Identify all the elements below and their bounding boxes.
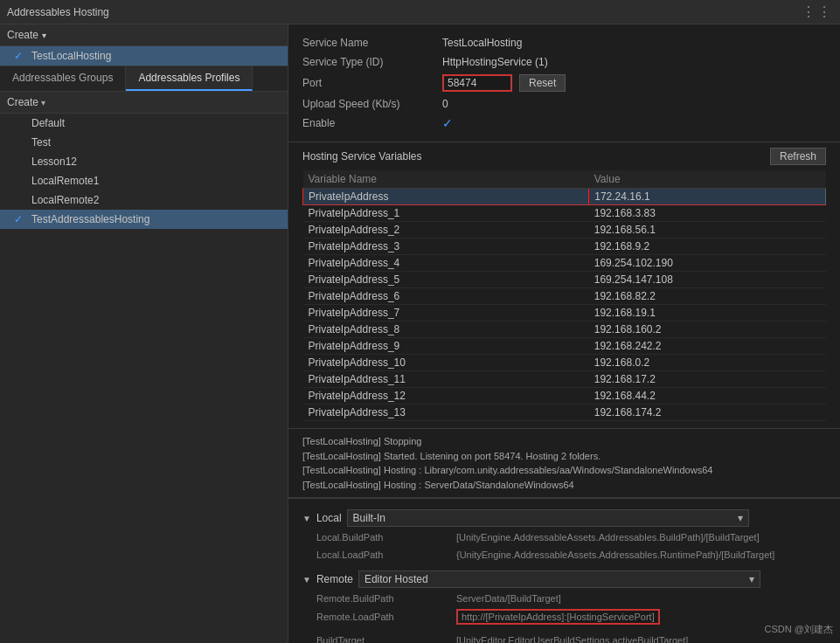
log-message: [TestLocalHosting] Stopping [302,434,826,449]
table-row[interactable]: PrivateIpAddress_11192.168.17.2 [303,371,826,388]
buildtarget-row: BuildTarget [UnityEditor.EditorUserBuild… [302,632,826,643]
var-value: 192.168.17.2 [589,371,826,388]
var-name: PrivateIpAddress_11 [303,371,589,388]
remote-triangle-icon[interactable]: ▼ [302,575,311,584]
var-name: PrivateIpAddress_1 [303,205,589,222]
table-row[interactable]: PrivateIpAddress_12192.168.44.2 [303,388,826,404]
port-row: Port Reset [302,72,826,94]
var-name: PrivateIpAddress [303,189,589,205]
port-input[interactable] [442,74,512,92]
var-name: PrivateIpAddress_3 [303,239,589,255]
watermark: CSDN @刘建杰 [765,623,833,636]
remote-dropdown-value: Editor Hosted [364,573,428,585]
enable-label: Enable [302,117,442,129]
table-row[interactable]: PrivateIpAddress_8192.168.160.2 [303,322,826,338]
table-row[interactable]: PrivateIpAddress_7192.168.19.1 [303,305,826,322]
window-title: Addressables Hosting [7,6,109,18]
refresh-button[interactable]: Refresh [770,148,826,165]
var-value: 192.168.9.2 [589,239,826,255]
upload-speed-value: 0 [442,98,448,110]
var-value: 192.168.56.1 [589,222,826,239]
table-row[interactable]: PrivateIpAddress_9192.168.242.2 [303,338,826,355]
local-loadpath-row: Local.LoadPath {UnityEngine.AddressableA… [302,546,826,563]
create-hosting-label: Create [7,29,38,41]
create-dropdown-arrow[interactable]: ▾ [42,31,46,40]
var-name: PrivateIpAddress_12 [303,388,589,404]
profiles-list: ✓ Default ✓ Test ✓ Lesson12 ✓ LocalRemot… [0,114,288,643]
table-row[interactable]: PrivateIpAddress_2192.168.56.1 [303,222,826,239]
table-row[interactable]: PrivateIpAddress_3192.168.9.2 [303,239,826,255]
profile-item-test[interactable]: ✓ Test [0,133,288,152]
table-row[interactable]: PrivateIpAddress_5169.254.147.108 [303,272,826,288]
local-buildpath-row: Local.BuildPath [UnityEngine.Addressable… [302,529,826,546]
local-triangle-icon[interactable]: ▼ [302,514,311,523]
profile-item-default[interactable]: ✓ Default [0,114,288,133]
profiles-create-bar: Create ▾ [0,92,288,114]
remote-buildpath-value: ServerData/[BuildTarget] [456,593,561,604]
var-name: PrivateIpAddress_8 [303,322,589,338]
var-value: 192.168.82.2 [589,288,826,305]
log-message: [TestLocalHosting] Started. Listening on… [302,449,826,464]
profile-item-label: Default [31,117,65,129]
log-message: [TestLocalHosting] Hosting : Library/com… [302,463,826,478]
remote-loadpath-value: http://[PrivateIpAddress]:[HostingServic… [456,609,660,625]
tab-profiles[interactable]: Addressables Profiles [126,66,253,91]
create-profile-label: Create [7,96,38,108]
profile-item-label: LocalRemote1 [31,175,99,187]
profile-item-localremote2[interactable]: ✓ LocalRemote2 [0,190,288,210]
table-row[interactable]: PrivateIpAddress_4169.254.102.190 [303,255,826,272]
service-details-panel: Service Name TestLocalHosting Service Ty… [288,24,840,142]
port-label: Port [302,77,442,89]
local-dropdown-arrow: ▾ [738,512,743,524]
remote-loadpath-label: Remote.LoadPath [316,612,456,622]
var-value: 169.254.102.190 [589,255,826,272]
variables-title: Hosting Service Variables [302,150,422,162]
sidebar: Create ▾ ✓ TestLocalHosting Addressables… [0,24,288,643]
buildtarget-label: BuildTarget [316,635,456,643]
enable-checkmark[interactable]: ✓ [442,116,453,130]
profile-item-label: LocalRemote2 [31,194,99,206]
profile-item-localremote1[interactable]: ✓ LocalRemote1 [0,171,288,190]
remote-dropdown-arrow: ▾ [749,573,754,585]
local-buildpath-label: Local.BuildPath [316,532,456,543]
variables-table: Variable Name Value PrivateIpAddress172.… [302,170,826,421]
remote-buildpath-row: Remote.BuildPath ServerData/[BuildTarget… [302,590,826,607]
tab-groups[interactable]: Addressables Groups [0,66,126,91]
content-area: Service Name TestLocalHosting Service Ty… [288,24,840,643]
col-name-header: Variable Name [303,170,589,189]
service-name-value: TestLocalHosting [442,37,522,49]
create-hosting-bar: Create ▾ [0,24,288,46]
table-row[interactable]: PrivateIpAddress_13192.168.174.2 [303,404,826,421]
var-name: PrivateIpAddress_10 [303,355,589,371]
var-value: 192.168.44.2 [589,388,826,404]
variables-section: Hosting Service Variables Refresh Variab… [288,142,840,428]
local-buildpath-value: [UnityEngine.AddressableAssets.Addressab… [456,532,760,543]
profile-item-lesson12[interactable]: ✓ Lesson12 [0,152,288,171]
var-name: PrivateIpAddress_4 [303,255,589,272]
local-dropdown[interactable]: Built-In ▾ [347,509,749,527]
hosting-item-testlocalhosting[interactable]: ✓ TestLocalHosting [0,46,288,66]
remote-loadpath-row: Remote.LoadPath http://[PrivateIpAddress… [302,607,826,626]
table-row[interactable]: PrivateIpAddress172.24.16.1 [303,189,826,205]
table-row[interactable]: PrivateIpAddress_6192.168.82.2 [303,288,826,305]
enable-row: Enable ✓ [302,114,826,133]
local-group-header: ▼ Local Built-In ▾ [302,508,826,529]
table-row[interactable]: PrivateIpAddress_1192.168.3.83 [303,205,826,222]
create-profile-arrow[interactable]: ▾ [41,98,45,107]
log-message: [TestLocalHosting] Hosting : ServerData/… [302,478,826,493]
local-loadpath-value: {UnityEngine.AddressableAssets.Addressab… [456,550,774,560]
upload-speed-row: Upload Speed (Kb/s) 0 [302,94,826,114]
more-options-icon[interactable]: ⋮⋮ [802,3,833,20]
remote-dropdown[interactable]: Editor Hosted ▾ [358,570,760,588]
service-type-row: Service Type (ID) HttpHostingService (1) [302,52,826,72]
remote-group-header: ▼ Remote Editor Hosted ▾ [302,569,826,590]
profile-item-label: Test [31,136,51,149]
var-name: PrivateIpAddress_5 [303,272,589,288]
remote-group-label: Remote [316,573,353,585]
table-row[interactable]: PrivateIpAddress_10192.168.0.2 [303,355,826,371]
profile-item-testaddressableshosting[interactable]: ✓ TestAddressablesHosting [0,210,288,229]
hosting-items-section: Create ▾ ✓ TestLocalHosting [0,24,288,66]
service-name-label: Service Name [302,37,442,49]
reset-button[interactable]: Reset [519,74,566,92]
local-loadpath-label: Local.LoadPath [316,550,456,560]
